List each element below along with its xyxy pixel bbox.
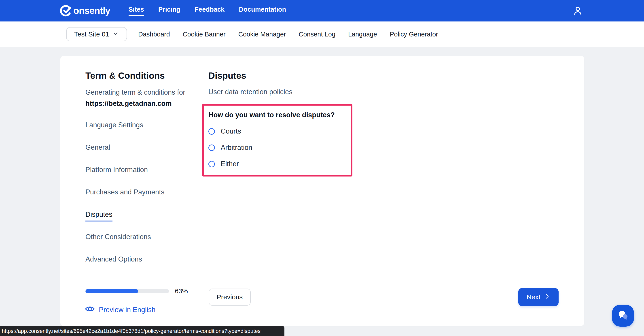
radio-input-either[interactable] xyxy=(208,161,215,167)
tab-cookie-banner[interactable]: Cookie Banner xyxy=(183,31,226,38)
step-platform-information[interactable]: Platform Information xyxy=(86,166,148,177)
radio-label-either: Either xyxy=(221,160,239,168)
site-url: https://beta.getadnan.com xyxy=(86,98,186,109)
tab-cookie-manager[interactable]: Cookie Manager xyxy=(238,31,286,38)
progress-section: 63% xyxy=(86,287,188,295)
sidebar-title: Term & Conditions xyxy=(86,70,188,81)
previous-button[interactable]: Previous xyxy=(209,288,251,305)
radio-option-arbitration[interactable]: Arbitration xyxy=(208,144,346,152)
nav-link-sites[interactable]: Sites xyxy=(128,6,144,16)
radio-option-either[interactable]: Either xyxy=(208,160,346,168)
radio-label-arbitration: Arbitration xyxy=(221,144,252,152)
content-divider xyxy=(208,99,545,99)
step-subtitle: User data retention policies xyxy=(208,88,584,96)
column-divider xyxy=(197,67,197,322)
radio-option-courts[interactable]: Courts xyxy=(208,127,346,135)
site-selector-value: Test Site 01 xyxy=(74,31,109,38)
link-status-bar: https://app.consently.net/sites/695e42ce… xyxy=(0,326,284,336)
status-url: https://app.consently.net/sites/695e42ce… xyxy=(2,328,260,334)
step-general[interactable]: General xyxy=(86,143,110,154)
chat-bubbles-icon xyxy=(616,308,630,323)
step-advanced-options[interactable]: Advanced Options xyxy=(86,255,142,266)
brand-wordmark: onsently xyxy=(73,5,110,16)
wizard-steps: Language Settings General Platform Infor… xyxy=(86,121,188,266)
check-c-icon xyxy=(60,5,72,17)
step-content: Disputes User data retention policies Ho… xyxy=(208,56,584,176)
section-tabs: Dashboard Cookie Banner Cookie Manager C… xyxy=(138,31,438,38)
step-title: Disputes xyxy=(208,70,584,81)
radio-label-courts: Courts xyxy=(221,127,241,135)
step-other-considerations[interactable]: Other Considerations xyxy=(86,233,151,244)
site-selector[interactable]: Test Site 01 xyxy=(66,27,127,41)
previous-button-label: Previous xyxy=(217,293,243,301)
policy-generator-card: Term & Conditions Generating term & cond… xyxy=(60,56,584,326)
highlighted-question-box: How do you want to resolve disputes? Cou… xyxy=(202,104,352,176)
wizard-sidebar: Term & Conditions Generating term & cond… xyxy=(60,56,197,277)
chevron-down-icon xyxy=(112,30,119,39)
nav-link-documentation[interactable]: Documentation xyxy=(239,6,286,16)
eye-icon xyxy=(85,305,95,314)
user-icon xyxy=(572,14,584,17)
step-purchases-and-payments[interactable]: Purchases and Payments xyxy=(86,188,164,199)
chevron-right-icon xyxy=(544,293,550,301)
tab-consent-log[interactable]: Consent Log xyxy=(299,31,336,38)
user-account-button[interactable] xyxy=(572,5,584,17)
tab-policy-generator[interactable]: Policy Generator xyxy=(390,31,438,38)
nav-link-pricing[interactable]: Pricing xyxy=(158,6,180,16)
sidebar-subtitle: Generating term & conditions for https:/… xyxy=(86,87,186,109)
site-toolbar: Test Site 01 Dashboard Cookie Banner Coo… xyxy=(0,22,644,47)
radio-input-arbitration[interactable] xyxy=(208,145,215,151)
tab-language[interactable]: Language xyxy=(348,31,377,38)
progress-bar-fill xyxy=(86,289,138,293)
preview-link[interactable]: Preview in English xyxy=(85,305,156,314)
progress-bar xyxy=(86,289,169,293)
top-navbar: onsently Sites Pricing Feedback Document… xyxy=(0,0,644,22)
nav-link-feedback[interactable]: Feedback xyxy=(194,6,224,16)
preview-link-label: Preview in English xyxy=(99,306,156,314)
progress-percent-label: 63% xyxy=(175,287,188,295)
tab-dashboard[interactable]: Dashboard xyxy=(138,31,170,38)
chat-launcher-button[interactable] xyxy=(612,305,634,326)
step-disputes[interactable]: Disputes xyxy=(86,210,112,221)
sidebar-subtitle-text: Generating term & conditions for xyxy=(86,88,185,96)
primary-nav: Sites Pricing Feedback Documentation xyxy=(128,6,286,16)
next-button-label: Next xyxy=(526,293,540,301)
brand-logo[interactable]: onsently xyxy=(60,5,110,17)
next-button[interactable]: Next xyxy=(518,288,558,306)
radio-input-courts[interactable] xyxy=(208,128,215,135)
question-label: How do you want to resolve disputes? xyxy=(208,111,346,119)
step-language-settings[interactable]: Language Settings xyxy=(86,121,143,132)
